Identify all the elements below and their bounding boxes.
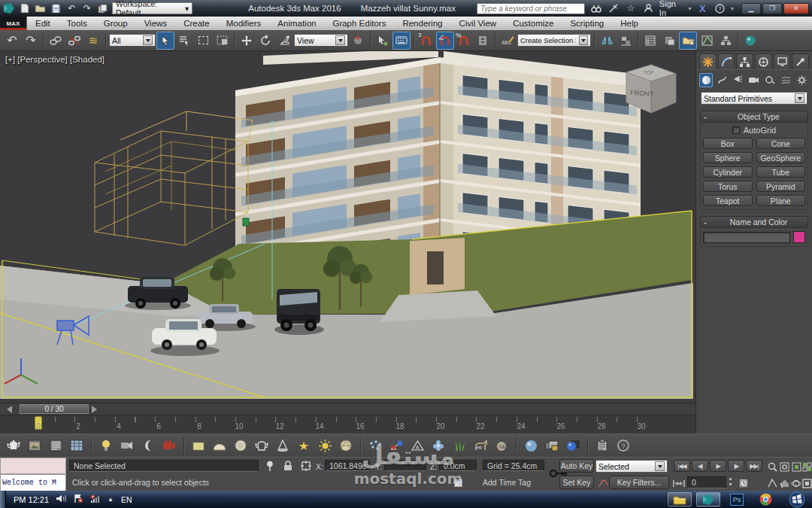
show-desktop-strip[interactable] (0, 491, 6, 508)
menu-graph-editors[interactable]: Graph Editors (324, 17, 394, 30)
next-frame-button[interactable]: |▶ (728, 460, 744, 472)
communication-window-icon[interactable] (451, 476, 465, 490)
3dsmax-taskbar-button[interactable] (696, 492, 720, 506)
redo-icon[interactable]: ↷ (22, 32, 40, 50)
action-center-flag-icon[interactable] (74, 494, 83, 505)
schematic-view-icon[interactable] (717, 32, 735, 50)
explorer-taskbar-button[interactable] (668, 492, 692, 506)
bind-to-space-warp-icon[interactable]: ≋ (84, 32, 102, 50)
key-mode-dropdown[interactable]: Selected (595, 460, 668, 473)
time-configuration-icon[interactable] (737, 476, 750, 490)
go-to-start-button[interactable]: |◀◀ (674, 460, 690, 472)
snap-toggle-3d-icon[interactable]: 3 (417, 32, 435, 50)
start-orb[interactable] (782, 492, 812, 506)
angle-snap-toggle-icon[interactable] (436, 32, 454, 50)
sign-in-user-icon[interactable] (642, 2, 655, 14)
play-button[interactable]: ▶ (710, 460, 726, 472)
spinner-snap-toggle-icon[interactable] (474, 32, 492, 50)
auto-key-button[interactable]: Auto Key (559, 459, 594, 473)
modify-tab[interactable] (718, 53, 735, 69)
exchange-apps-icon[interactable]: X (696, 2, 709, 14)
layer-manager-icon[interactable] (641, 32, 659, 50)
sign-in-dropdown-arrow[interactable]: ▾ (689, 5, 692, 12)
ribbon-toggle-icon[interactable] (679, 32, 697, 50)
undo-icon[interactable]: ↶ (3, 32, 21, 50)
red-camera-icon[interactable] (160, 437, 178, 455)
z-coord-field[interactable]: 0.0cm (439, 460, 477, 471)
rendered-frame-icon[interactable] (26, 437, 44, 455)
camera-speaker-icon[interactable] (118, 437, 136, 455)
mirror-icon[interactable] (598, 32, 616, 50)
menu-create[interactable]: Create (175, 17, 218, 30)
3dsmax-logo-icon[interactable] (3, 2, 16, 14)
minimize-button[interactable]: ▁ (741, 3, 761, 14)
menu-group[interactable]: Group (95, 17, 136, 30)
favorites-star-icon[interactable]: ☆ (624, 2, 637, 14)
window-crossing-toggle-icon[interactable] (213, 32, 231, 50)
blob-flower-icon[interactable] (429, 437, 447, 455)
track-bar[interactable]: 0 2 4 6 8 10 12 14 16 18 20 22 24 26 28 … (0, 415, 695, 433)
object-color-swatch[interactable] (793, 231, 805, 243)
isolate-selection-icon[interactable] (263, 459, 277, 473)
previous-frame-arrow[interactable] (3, 406, 12, 413)
network-icon[interactable] (90, 494, 100, 505)
edit-named-selection-sets-icon[interactable]: ABC (498, 32, 517, 50)
pyramid-a-icon[interactable]: A (408, 437, 426, 455)
select-and-scale-icon[interactable] (275, 32, 293, 50)
grass-icon[interactable] (450, 437, 468, 455)
key-curve-icon[interactable] (596, 476, 610, 490)
key-mode-toggle-icon[interactable] (672, 476, 686, 490)
sun-icon[interactable] (316, 437, 334, 455)
rollout-collapse-icon[interactable]: - (701, 217, 710, 227)
shapes-icon[interactable] (715, 73, 729, 87)
align-icon[interactable] (617, 32, 635, 50)
rectangular-selection-region-icon[interactable] (194, 32, 212, 50)
menu-civil-view[interactable]: Civil View (450, 17, 504, 30)
perspective-viewport[interactable]: FRONT TOP [+] [Perspective] [Shaded] (0, 51, 695, 403)
cone-button[interactable]: Cone (756, 138, 806, 149)
utilities-tab[interactable] (792, 53, 809, 69)
pyramid-button[interactable]: Pyramid (756, 181, 806, 192)
geometry-icon[interactable] (699, 73, 713, 87)
teapot-button[interactable]: Teapot (703, 195, 753, 206)
name-color-rollout-header[interactable]: - Name and Color (700, 216, 808, 228)
torus-button[interactable]: Torus (703, 181, 753, 192)
dome-primitive-icon[interactable] (211, 437, 229, 455)
helpers-icon[interactable] (763, 73, 777, 87)
autogrid-checkbox[interactable] (732, 126, 740, 134)
communication-center-icon[interactable] (607, 2, 620, 14)
cameras-icon[interactable] (747, 73, 761, 87)
geosphere-icon[interactable] (337, 437, 355, 455)
molecule-icon[interactable] (387, 437, 405, 455)
help-circle-icon[interactable]: ? (614, 437, 632, 455)
plane-button[interactable]: Plane (756, 195, 806, 206)
selection-filter-dropdown[interactable]: All (109, 34, 156, 47)
sphere-button[interactable]: Sphere (703, 152, 753, 163)
rollout-collapse-icon[interactable]: - (701, 112, 710, 121)
next-frame-arrow[interactable] (92, 406, 101, 413)
material-sphere-icon[interactable] (522, 437, 540, 455)
select-object-icon[interactable] (156, 32, 174, 50)
tube-button[interactable]: Tube (756, 166, 806, 178)
systems-icon[interactable] (795, 73, 809, 87)
use-pivot-point-center-icon[interactable] (349, 32, 367, 50)
image-stack-icon[interactable] (543, 437, 561, 455)
open-file-icon[interactable] (34, 2, 47, 14)
absolute-mode-icon[interactable] (299, 459, 313, 473)
sign-in-label[interactable]: Sign In (659, 0, 684, 17)
select-and-manipulate-icon[interactable] (374, 32, 392, 50)
set-key-button[interactable]: Set Key (559, 476, 594, 489)
select-by-name-icon[interactable] (175, 32, 193, 50)
box-primitive-icon[interactable] (189, 437, 208, 455)
light-lister-icon[interactable] (47, 437, 65, 455)
menu-customize[interactable]: Customize (504, 17, 562, 30)
hierarchy-tab[interactable] (736, 53, 753, 69)
space-warps-icon[interactable] (779, 73, 792, 87)
y-coord-field[interactable] (384, 460, 426, 471)
percent-snap-toggle-icon[interactable]: % (455, 32, 473, 50)
geosphere-button[interactable]: GeoSphere (756, 152, 806, 163)
menu-tools[interactable]: Tools (59, 17, 95, 30)
menu-edit[interactable]: Edit (27, 17, 59, 30)
language-indicator[interactable]: EN (121, 495, 132, 504)
hidden-icons-chevron[interactable]: ▲ (108, 496, 114, 503)
